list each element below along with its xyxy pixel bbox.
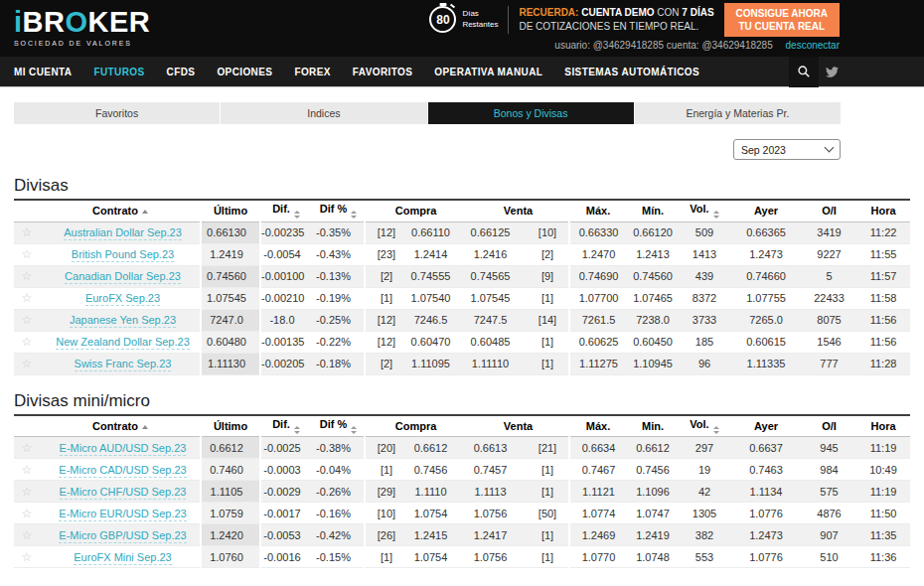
column-header-m-x: Máx. bbox=[569, 415, 627, 437]
cell-max: 1.2469 bbox=[569, 524, 627, 546]
favorite-cell: ☆ bbox=[14, 524, 40, 546]
column-header-dif[interactable]: Dif % bbox=[312, 415, 365, 437]
tab-bonos-y-divisas[interactable]: Bonos y Divisas bbox=[428, 102, 635, 124]
cell-prev: 1.0776 bbox=[730, 503, 802, 524]
favorite-star-icon[interactable]: ☆ bbox=[22, 528, 33, 542]
cell-bid: 0.6612 bbox=[407, 437, 467, 459]
cell-oi: 5 bbox=[802, 265, 856, 287]
quotes-table: ContratoÚltimoDif.Dif %CompraVentaMáx.Mí… bbox=[14, 199, 910, 375]
column-header-dif[interactable]: Dif % bbox=[312, 200, 365, 221]
favorite-column-header bbox=[14, 415, 40, 437]
column-label: O/I bbox=[822, 205, 837, 217]
contract-link[interactable]: E-Micro CAD/USD Sep.23 bbox=[59, 464, 186, 478]
twitter-button[interactable] bbox=[819, 66, 845, 78]
session-info: usuario: @34629418285 cuenta: @346294182… bbox=[554, 40, 840, 51]
contract-link[interactable]: E-Micro AUD/USD Sep.23 bbox=[60, 442, 187, 456]
contract-link[interactable]: Japanese Yen Sep.23 bbox=[70, 314, 176, 328]
cell-last: 1.0759 bbox=[201, 503, 260, 524]
cell-prev: 0.7463 bbox=[730, 459, 802, 481]
cell-last: 0.6612 bbox=[201, 437, 260, 459]
column-header-o-i: O/I bbox=[802, 415, 856, 437]
column-header-contrato[interactable]: Contrato bbox=[40, 415, 201, 437]
cell-time: 11:50 bbox=[856, 503, 910, 524]
contract-link[interactable]: EuroFX Mini Sep.23 bbox=[74, 551, 171, 565]
market-tables: DivisasContratoÚltimoDif.Dif %CompraVent… bbox=[14, 176, 910, 568]
demo-notice-text: RECUERDA: CUENTA DEMO CON 7 DÍAS DE COTI… bbox=[519, 6, 713, 33]
tab-energ-a-y-materias-pr[interactable]: Energía y Materias Pr. bbox=[635, 102, 841, 124]
cell-time: 11:22 bbox=[856, 221, 910, 243]
contract-link[interactable]: E-Micro EUR/USD Sep.23 bbox=[59, 508, 186, 521]
column-label: Dif. bbox=[272, 203, 290, 215]
column-header-vol[interactable]: Vol. bbox=[679, 415, 730, 437]
cell-dif: -0.0016 bbox=[260, 546, 312, 568]
favorite-cell: ☆ bbox=[14, 221, 40, 243]
cell-min: 1.2419 bbox=[627, 524, 679, 546]
contract-link[interactable]: Canadian Dollar Sep.23 bbox=[65, 270, 181, 284]
brand-logo[interactable]: iBROKER SOCIEDAD DE VALORES bbox=[14, 0, 150, 47]
favorite-cell: ☆ bbox=[14, 353, 40, 374]
cell-bid-size: [26] bbox=[365, 524, 407, 546]
cell-contract: Japanese Yen Sep.23 bbox=[40, 309, 201, 331]
period-select[interactable]: Sep 2023 bbox=[733, 139, 841, 160]
column-label: Compra bbox=[395, 420, 437, 432]
cell-contract: E-Micro EUR/USD Sep.23 bbox=[40, 503, 201, 524]
column-header-contrato[interactable]: Contrato bbox=[40, 200, 201, 221]
contract-link[interactable]: New Zealand Dollar Sep.23 bbox=[56, 336, 190, 350]
nav-item-mi-cuenta[interactable]: MI CUENTA bbox=[14, 57, 82, 86]
favorite-star-icon[interactable]: ☆ bbox=[22, 463, 33, 477]
favorite-star-icon[interactable]: ☆ bbox=[22, 247, 33, 261]
favorite-star-icon[interactable]: ☆ bbox=[22, 269, 33, 283]
column-header-vol[interactable]: Vol. bbox=[679, 200, 730, 221]
favorite-star-icon[interactable]: ☆ bbox=[22, 225, 33, 239]
cell-dif: -0.00135 bbox=[260, 331, 312, 353]
cell-max: 0.6634 bbox=[569, 437, 627, 459]
cell-vol: 1305 bbox=[679, 503, 730, 524]
favorite-cell: ☆ bbox=[14, 243, 40, 265]
favorite-star-icon[interactable]: ☆ bbox=[22, 335, 33, 349]
favorite-star-icon[interactable]: ☆ bbox=[22, 441, 33, 455]
disconnect-link[interactable]: desconectar bbox=[786, 40, 840, 51]
tab-indices[interactable]: Indices bbox=[221, 102, 427, 124]
quote-row: ☆New Zealand Dollar Sep.230.60480-0.0013… bbox=[14, 331, 910, 353]
nav-item-operativa-manual[interactable]: OPERATIVA MANUAL bbox=[423, 57, 553, 86]
nav-item-cfds[interactable]: CFDS bbox=[156, 57, 207, 86]
contract-link[interactable]: British Pound Sep.23 bbox=[72, 248, 174, 262]
favorite-star-icon[interactable]: ☆ bbox=[22, 357, 33, 370]
nav-icons bbox=[789, 57, 845, 86]
quote-row: ☆Japanese Yen Sep.237247.0-18.0-0.25%[12… bbox=[14, 309, 910, 331]
favorite-star-icon[interactable]: ☆ bbox=[22, 485, 33, 499]
cell-dif: -0.0053 bbox=[260, 524, 312, 546]
quote-row: ☆E-Micro EUR/USD Sep.231.0759-0.0017-0.1… bbox=[14, 503, 910, 524]
nav-item-sistemas-autom-ticos[interactable]: SISTEMAS AUTOMÁTICOS bbox=[553, 57, 710, 86]
contract-link[interactable]: Swiss Franc Sep.23 bbox=[75, 358, 172, 371]
contract-link[interactable]: E-Micro GBP/USD Sep.23 bbox=[59, 529, 186, 543]
nav-item-favoritos[interactable]: FAVORITOS bbox=[342, 57, 423, 86]
cell-ask-size: [1] bbox=[527, 459, 569, 481]
cell-ask: 0.60485 bbox=[467, 331, 527, 353]
quote-row: ☆E-Micro CAD/USD Sep.230.7460-0.0003-0.0… bbox=[14, 459, 910, 481]
contract-link[interactable]: Australian Dollar Sep.23 bbox=[64, 226, 182, 240]
favorite-star-icon[interactable]: ☆ bbox=[22, 550, 33, 564]
favorite-star-icon[interactable]: ☆ bbox=[22, 313, 33, 327]
favorite-star-icon[interactable]: ☆ bbox=[22, 507, 33, 520]
column-header-ayer: Ayer bbox=[730, 200, 802, 221]
cell-difpct: -0.35% bbox=[312, 221, 365, 243]
cell-dif: -0.00210 bbox=[260, 287, 312, 309]
get-real-account-button[interactable]: CONSIGUE AHORATU CUENTA REAL bbox=[724, 3, 840, 37]
cell-ask: 0.7457 bbox=[467, 459, 527, 481]
quote-row: ☆EuroFX Sep.231.07545-0.00210-0.19%[1]1.… bbox=[14, 287, 910, 309]
tab-favoritos[interactable]: Favoritos bbox=[14, 102, 221, 124]
nav-item-opciones[interactable]: OPCIONES bbox=[206, 57, 283, 86]
contract-link[interactable]: E-Micro CHF/USD Sep.23 bbox=[60, 486, 187, 500]
search-button[interactable] bbox=[789, 57, 819, 87]
favorite-column-header bbox=[14, 200, 40, 221]
cell-bid-size: [1] bbox=[365, 546, 407, 568]
column-header-dif[interactable]: Dif. bbox=[260, 415, 312, 437]
cell-bid-size: [10] bbox=[365, 503, 407, 524]
nav-item-forex[interactable]: FOREX bbox=[283, 57, 341, 86]
cell-bid-size: [1] bbox=[365, 459, 407, 481]
column-header-dif[interactable]: Dif. bbox=[260, 200, 312, 221]
favorite-star-icon[interactable]: ☆ bbox=[22, 291, 33, 305]
contract-link[interactable]: EuroFX Sep.23 bbox=[85, 292, 160, 306]
nav-item-futuros[interactable]: FUTUROS bbox=[82, 57, 155, 86]
